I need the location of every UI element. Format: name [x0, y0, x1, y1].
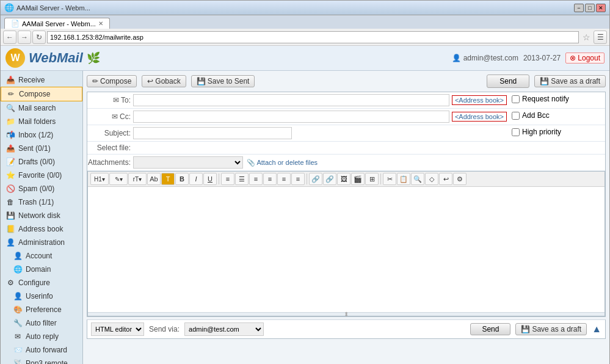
text-color-btn[interactable]: T	[161, 173, 175, 185]
subject-label: Subject:	[91, 129, 131, 137]
save-to-sent-btn[interactable]: 💾 Save to Sent	[191, 75, 255, 87]
pop3-label: Pop3 remote	[26, 359, 68, 364]
attach-files-link[interactable]: Attach or delete files	[247, 159, 318, 167]
sidebar-item-administration[interactable]: 👤 Administration	[1, 236, 82, 249]
options-panel-2: Add Bcc	[507, 111, 601, 122]
scroll-top-btn[interactable]: ▲	[592, 324, 601, 335]
goback-btn[interactable]: ↩ Goback	[142, 75, 186, 87]
request-notify-option: Request notify	[512, 95, 601, 103]
editor-resize-handle[interactable]: ⬍	[88, 312, 605, 316]
align-right-btn[interactable]: ≡	[249, 173, 263, 185]
table-btn[interactable]: ⊞	[365, 173, 379, 185]
domain-icon: 🌐	[13, 264, 23, 274]
high-priority-checkbox[interactable]	[512, 128, 520, 136]
undo-btn[interactable]: ↩	[439, 173, 452, 185]
sidebar-item-account[interactable]: 👤 Account	[1, 249, 82, 263]
font-style-btn[interactable]: ✎▾	[109, 173, 128, 185]
save-draft-btn[interactable]: 💾 Save as a draft	[534, 75, 606, 87]
bold-btn[interactable]: B	[175, 173, 189, 185]
copy-btn[interactable]: 📋	[397, 173, 410, 185]
bookmark-star[interactable]: ☆	[580, 31, 592, 43]
italic-btn[interactable]: I	[189, 173, 203, 185]
separator-1	[219, 173, 219, 184]
image-btn[interactable]: 🖼	[337, 173, 350, 185]
sidebar-item-network-disk[interactable]: 💾 Network disk	[1, 209, 82, 222]
receive-icon: 📥	[5, 75, 15, 85]
unordered-list-btn[interactable]: ≡	[291, 173, 305, 185]
cut-btn[interactable]: ✂	[383, 173, 396, 185]
send-btn[interactable]: Send	[487, 75, 529, 88]
clear-format-btn[interactable]: Ab	[147, 173, 161, 185]
sidebar-item-compose[interactable]: ✏ Compose	[1, 87, 82, 101]
subject-input[interactable]	[133, 127, 292, 139]
align-center-btn[interactable]: ☰	[235, 173, 249, 185]
send-btn-bottom[interactable]: Send	[470, 323, 510, 335]
editor-body[interactable]	[88, 187, 605, 312]
sidebar-item-drafts[interactable]: 📝 Drafts (0/0)	[1, 155, 82, 169]
compose-btn[interactable]: ✏ Compose	[87, 75, 137, 87]
link-btn[interactable]: 🔗	[309, 173, 322, 185]
to-address-book-link[interactable]: <Address book>	[452, 95, 507, 105]
attachments-select[interactable]	[133, 156, 243, 169]
sidebar-item-auto-filter[interactable]: 🔧 Auto filter	[1, 316, 82, 330]
unlink-btn[interactable]: 🔗	[323, 173, 336, 185]
refresh-btn[interactable]: ↻	[32, 31, 46, 44]
editor-type-select[interactable]: HTML editor Plain text	[91, 322, 144, 336]
window-title: AAMail Server - Webm...	[16, 4, 574, 12]
bottom-bar: HTML editor Plain text Send via: admin@t…	[87, 319, 606, 339]
maximize-btn[interactable]: □	[585, 4, 595, 12]
ordered-list-btn[interactable]: ≡	[277, 173, 291, 185]
sidebar-item-inbox[interactable]: 📬 Inbox (1/2)	[1, 128, 82, 142]
sidebar-item-preference[interactable]: 🎨 Preference	[1, 303, 82, 316]
forward-btn[interactable]: →	[18, 31, 31, 44]
sidebar-item-auto-forward[interactable]: 📨 Auto forward	[1, 343, 82, 357]
settings-btn[interactable]: ⚙	[453, 173, 467, 185]
sidebar-item-spam[interactable]: 🚫 Spam (0/0)	[1, 182, 82, 195]
configure-icon: ⚙	[5, 278, 15, 288]
to-input[interactable]	[133, 94, 449, 106]
logout-btn[interactable]: ⊗ Logout	[565, 53, 605, 64]
sidebar-item-userinfo[interactable]: 👤 Userinfo	[1, 289, 82, 303]
active-tab[interactable]: 📄 AAMail Server - Webm... ✕	[4, 18, 110, 29]
administration-icon: 👤	[5, 238, 15, 247]
close-btn[interactable]: ✕	[596, 4, 606, 12]
send-via-select[interactable]: admin@test.com	[184, 322, 264, 336]
address-bar[interactable]	[47, 31, 579, 43]
compose-btn-icon: ✏	[92, 77, 98, 86]
tab-close-btn[interactable]: ✕	[98, 20, 103, 27]
heading-btn[interactable]: H1▾	[90, 173, 109, 185]
sidebar-item-mail-search[interactable]: 🔍 Mail search	[1, 101, 82, 115]
align-left-btn[interactable]: ≡	[221, 173, 234, 185]
find-btn[interactable]: 🔍	[411, 173, 424, 185]
sidebar-item-auto-reply[interactable]: ✉ Auto reply	[1, 330, 82, 343]
sidebar-item-domain[interactable]: 🌐 Domain	[1, 263, 82, 276]
attachments-row: Attachments: Attach or delete files	[87, 155, 605, 171]
page-menu-btn[interactable]: ☰	[594, 31, 607, 44]
font-size-btn[interactable]: rT▾	[128, 173, 147, 185]
underline-btn[interactable]: U	[203, 173, 217, 185]
sidebar-item-sent[interactable]: 📤 Sent (0/1)	[1, 142, 82, 155]
sidebar-item-trash[interactable]: 🗑 Trash (1/1)	[1, 195, 82, 209]
sidebar-item-pop3-remote[interactable]: 📡 Pop3 remote	[1, 357, 82, 364]
sidebar-item-address-book[interactable]: 📒 Address book	[1, 222, 82, 236]
request-notify-checkbox[interactable]	[512, 95, 520, 103]
compose-toolbar: ✏ Compose ↩ Goback 💾 Save to Sent Send	[87, 75, 606, 88]
add-bcc-checkbox[interactable]	[512, 112, 520, 120]
code-btn[interactable]: ◇	[425, 173, 438, 185]
goback-label: Goback	[155, 77, 180, 86]
back-btn[interactable]: ←	[3, 31, 16, 44]
cc-address-book-link[interactable]: <Address book>	[452, 112, 507, 122]
sidebar-item-configure[interactable]: ⚙ Configure	[1, 276, 82, 289]
justify-btn[interactable]: ≡	[263, 173, 277, 185]
media-btn[interactable]: 🎬	[351, 173, 365, 185]
save-draft-btn-bottom[interactable]: 💾 Save as a draft	[515, 323, 587, 335]
minimize-btn[interactable]: −	[574, 4, 584, 12]
sidebar-item-favorite[interactable]: ⭐ Favorite (0/0)	[1, 169, 82, 182]
sidebar-item-receive[interactable]: 📥 Receive	[1, 73, 82, 87]
user-info: 👤 admin@test.com	[452, 54, 518, 62]
sidebar-item-mail-folders[interactable]: 📁 Mail folders	[1, 115, 82, 128]
favorite-label: Favorite (0/0)	[18, 171, 62, 180]
auto-filter-icon: 🔧	[13, 318, 23, 328]
cc-input[interactable]	[133, 111, 449, 123]
auto-reply-label: Auto reply	[26, 332, 59, 341]
